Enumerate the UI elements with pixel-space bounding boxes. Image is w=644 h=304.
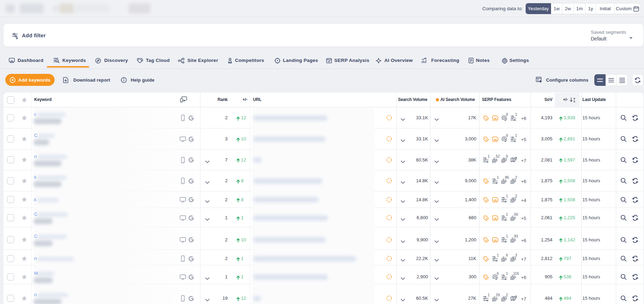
svg-text:0: 0 (574, 100, 575, 103)
